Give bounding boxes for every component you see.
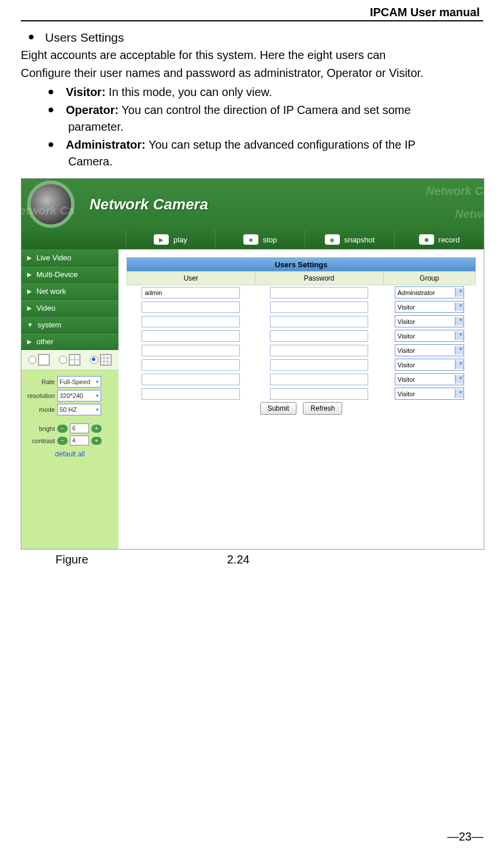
default-all-link[interactable]: default all [25, 450, 115, 458]
resolution-select[interactable]: 320*240 [57, 390, 101, 401]
bullet-icon [29, 35, 34, 39]
contrast-stepper: − 4 + [57, 436, 102, 445]
users-table: User Password Group Administrator Visito… [127, 271, 476, 416]
role-name: Visitor: [66, 86, 106, 98]
section-heading: Users Settings [29, 31, 483, 45]
record-button[interactable]: ⏺record [394, 230, 484, 249]
password-input[interactable] [270, 316, 368, 327]
password-input[interactable] [270, 301, 368, 313]
submit-button[interactable]: Submit [260, 402, 297, 415]
record-icon: ⏺ [419, 234, 434, 245]
password-input[interactable] [270, 287, 368, 298]
group-select[interactable]: Visitor [395, 344, 464, 356]
bright-value[interactable]: 6 [70, 423, 89, 433]
grid9-icon [100, 354, 112, 366]
play-button[interactable]: ▶play [125, 230, 215, 249]
col-password: Password [255, 272, 383, 285]
contrast-plus-button[interactable]: + [91, 437, 102, 445]
chevron-down-icon: ▼ [27, 322, 33, 328]
shot-body: ▶Live Video ▶Multi-Device ▶Net work ▶Vid… [21, 249, 484, 549]
user-input[interactable] [142, 345, 240, 356]
password-input[interactable] [270, 388, 368, 400]
contrast-value[interactable]: 4 [70, 436, 89, 445]
layout-1up[interactable] [28, 354, 50, 366]
bright-plus-button[interactable]: + [91, 425, 102, 433]
nav-network[interactable]: ▶Net work [21, 283, 118, 300]
nav-label: Live Video [36, 253, 71, 262]
password-input[interactable] [270, 374, 368, 385]
layout-4up[interactable] [59, 354, 80, 366]
header-rule [21, 20, 483, 21]
toolbar-spacer [21, 230, 125, 249]
nav-live-video[interactable]: ▶Live Video [21, 249, 118, 266]
user-input[interactable] [142, 359, 240, 371]
bullet-icon [49, 90, 53, 94]
nav-label: Multi-Device [36, 270, 78, 279]
password-input[interactable] [270, 330, 368, 342]
para-2: Configure their user names and password … [21, 65, 483, 82]
table-row: Visitor [127, 358, 476, 372]
refresh-button[interactable]: Refresh [303, 402, 342, 415]
role-admin: Administrator: You can setup the advance… [68, 137, 483, 170]
radio-icon [90, 356, 98, 364]
mode-label: mode [25, 406, 55, 413]
layout-9up[interactable] [90, 354, 112, 366]
record-label: record [439, 235, 460, 244]
group-select[interactable]: Visitor [395, 315, 464, 327]
user-input[interactable] [142, 330, 240, 342]
contrast-label: contrast [25, 437, 55, 444]
group-select[interactable]: Administrator [395, 286, 464, 298]
nav-other[interactable]: ▶other [21, 333, 118, 350]
role-list: Visitor: In this mode, you can only view… [21, 84, 483, 170]
bright-minus-button[interactable]: − [57, 425, 68, 433]
page-number: —23— [447, 830, 483, 843]
snapshot-button[interactable]: ◉snapshot [305, 230, 394, 249]
user-input[interactable] [142, 316, 240, 327]
panel-title: Users Settings [127, 257, 476, 271]
password-input[interactable] [270, 345, 368, 356]
nav-multi-device[interactable]: ▶Multi-Device [21, 266, 118, 283]
nav-video[interactable]: ▶Video [21, 300, 118, 316]
table-row: Visitor [127, 329, 476, 343]
figure-word: Figure [55, 553, 88, 566]
snapshot-icon: ◉ [325, 234, 340, 245]
brand-title: Network Camera [90, 196, 208, 213]
control-panel: Rate Full-Speed resolution 320*240 mode … [21, 370, 118, 549]
group-select[interactable]: Visitor [395, 301, 464, 313]
nav-system[interactable]: ▼system [21, 316, 118, 333]
banner: Network Ca Network Camera Network Ca Net… [21, 179, 484, 230]
role-desc: In this mode, you can only view. [106, 86, 272, 98]
nav-label: system [38, 320, 61, 329]
group-select[interactable]: Visitor [395, 330, 464, 342]
chevron-right-icon: ▶ [27, 271, 32, 278]
group-select[interactable]: Visitor [395, 359, 464, 371]
button-row: Submit Refresh [127, 401, 476, 416]
page: IPCAM User manual Users Settings Eight a… [0, 0, 504, 855]
role-name: Administrator: [66, 138, 146, 151]
rate-label: Rate [25, 378, 55, 385]
main-panel: Users Settings User Password Group Admin… [118, 249, 484, 549]
mode-select[interactable]: 50 HZ [57, 404, 101, 415]
group-select[interactable]: Visitor [395, 373, 464, 385]
table-header-row: User Password Group [127, 272, 476, 285]
password-input[interactable] [270, 359, 368, 371]
resolution-label: resolution [25, 392, 55, 399]
contrast-minus-button[interactable]: − [57, 437, 68, 445]
layout-switcher [21, 350, 118, 370]
col-group: Group [383, 272, 476, 285]
stop-button[interactable]: ■stop [215, 230, 305, 249]
play-label: play [173, 235, 187, 244]
radio-icon [59, 356, 67, 364]
user-input[interactable] [142, 287, 240, 298]
role-desc-cont: Camera. [68, 153, 483, 170]
mode-row: mode 50 HZ [25, 404, 115, 415]
grid1-icon [38, 354, 50, 366]
rate-select[interactable]: Full-Speed [57, 376, 101, 388]
stop-icon: ■ [243, 234, 258, 245]
user-input[interactable] [142, 301, 240, 313]
user-input[interactable] [142, 388, 240, 400]
user-input[interactable] [142, 374, 240, 385]
group-select[interactable]: Visitor [395, 388, 464, 400]
table-row: Visitor [127, 314, 476, 329]
table-row: Visitor [127, 386, 476, 401]
